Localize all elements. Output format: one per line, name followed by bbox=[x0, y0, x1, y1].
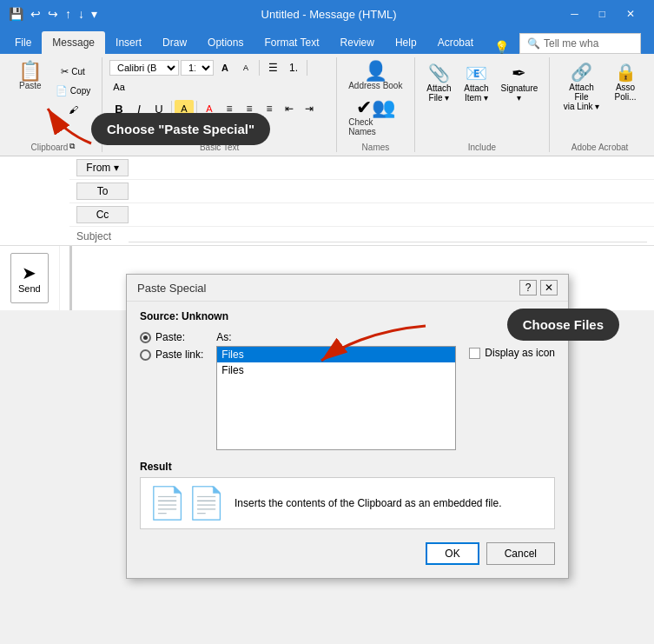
paste-icon: 📋 bbox=[18, 62, 42, 81]
display-as-icon-checkbox[interactable] bbox=[469, 348, 480, 359]
shrink-font-button[interactable]: A bbox=[236, 59, 255, 76]
numbering-button[interactable]: 1. bbox=[284, 59, 303, 76]
send-icon: ➤ bbox=[22, 262, 36, 283]
tab-options[interactable]: Options bbox=[197, 31, 254, 54]
result-content: 📄📄 Inserts the contents of the Clipboard… bbox=[140, 477, 555, 529]
font-family-dropdown[interactable]: Calibri (B bbox=[109, 60, 179, 76]
grow-font-button[interactable]: A bbox=[215, 59, 235, 76]
as-label: As: bbox=[216, 331, 456, 343]
dialog-footer: OK Cancel bbox=[140, 542, 555, 565]
from-row: From ▾ bbox=[69, 156, 654, 180]
ribbon-tabs: File Message Insert Draw Options Format … bbox=[0, 28, 654, 54]
tab-message[interactable]: Message bbox=[42, 31, 105, 54]
include-label: Include bbox=[468, 143, 496, 152]
cc-button[interactable]: Cc bbox=[76, 206, 129, 223]
copy-button[interactable]: 📄 Copy bbox=[51, 82, 95, 99]
clear-format-button[interactable]: Aa bbox=[109, 78, 129, 96]
subject-label-text: Subject bbox=[76, 230, 129, 242]
attach-item-button[interactable]: 📧 AttachItem ▾ bbox=[459, 60, 494, 105]
as-item-files[interactable]: Files bbox=[217, 362, 455, 378]
clipboard-label: Clipboard bbox=[31, 143, 69, 152]
paste-button[interactable]: 📋 Paste bbox=[11, 59, 50, 93]
font-selector: Calibri (B 11 A A ☰ 1. Aa bbox=[109, 59, 329, 96]
result-text: Inserts the contents of the Clipboard as… bbox=[235, 497, 502, 509]
cc-field[interactable] bbox=[135, 209, 647, 221]
paste-radio[interactable] bbox=[140, 332, 151, 343]
dialog-result: Result 📄📄 Inserts the contents of the Cl… bbox=[140, 461, 555, 529]
ok-button[interactable]: OK bbox=[426, 542, 479, 565]
maximize-btn[interactable]: □ bbox=[589, 0, 616, 28]
dialog-source: Source: Unknown bbox=[140, 310, 555, 322]
attach-file-button[interactable]: 📎 AttachFile ▾ bbox=[422, 60, 457, 105]
cancel-button[interactable]: Cancel bbox=[486, 542, 555, 565]
tell-me-input[interactable]: 🔍 Tell me wha bbox=[519, 33, 641, 54]
check-names-button[interactable]: ✔👥 Check Names bbox=[344, 96, 407, 139]
signature-icon: ✒ bbox=[512, 63, 526, 83]
customize-icon[interactable]: ▾ bbox=[91, 7, 97, 21]
adobe-policy-button[interactable]: 🔒 AssoPoli... bbox=[608, 59, 643, 104]
address-book-button[interactable]: 👤 Address Book bbox=[344, 59, 406, 93]
down-icon[interactable]: ↓ bbox=[78, 7, 84, 21]
help-lightbulb-icon[interactable]: 💡 bbox=[487, 40, 516, 54]
check-names-icon: ✔👥 bbox=[356, 98, 395, 117]
attach-file-label: AttachFile ▾ bbox=[426, 83, 451, 103]
as-listbox[interactable]: Files Files bbox=[216, 346, 456, 450]
from-button[interactable]: From ▾ bbox=[76, 159, 129, 176]
dialog-controls: ? ✕ bbox=[519, 280, 558, 295]
to-field[interactable] bbox=[135, 185, 647, 197]
dialog-close-button[interactable]: ✕ bbox=[540, 280, 558, 295]
undo-icon[interactable]: ↩ bbox=[30, 7, 41, 21]
tab-acrobat[interactable]: Acrobat bbox=[427, 31, 484, 54]
address-book-icon: 👤 bbox=[364, 62, 387, 81]
attach-item-label: AttachItem ▾ bbox=[464, 83, 488, 103]
dialog-help-button[interactable]: ? bbox=[519, 280, 537, 295]
adobe-label: Adobe Acrobat bbox=[571, 143, 629, 152]
as-item-files-selected[interactable]: Files bbox=[217, 347, 455, 362]
subject-field[interactable] bbox=[129, 229, 647, 242]
signature-label: Signature▾ bbox=[501, 83, 538, 103]
redo-icon[interactable]: ↪ bbox=[48, 7, 58, 21]
save-icon[interactable]: 💾 bbox=[9, 7, 23, 21]
attach-item-icon: 📧 bbox=[466, 63, 487, 83]
ribbon-group-names: 👤 Address Book ✔👥 Check Names Names bbox=[337, 57, 415, 152]
send-label: Send bbox=[18, 283, 41, 294]
up-icon[interactable]: ↑ bbox=[65, 7, 71, 21]
tab-file[interactable]: File bbox=[4, 31, 42, 54]
paste-link-radio-option[interactable]: Paste link: bbox=[140, 349, 203, 361]
paste-link-radio[interactable] bbox=[140, 349, 151, 361]
cursor-line bbox=[69, 246, 72, 310]
dialog-main: Paste: Paste link: As: Files Files bbox=[140, 331, 555, 450]
decrease-indent-button[interactable]: ⇤ bbox=[280, 100, 299, 117]
annotation-paste-special: Choose "Paste Special" bbox=[91, 113, 270, 145]
to-button[interactable]: To bbox=[76, 183, 129, 200]
paste-label: Paste bbox=[19, 81, 42, 90]
tab-review[interactable]: Review bbox=[330, 31, 385, 54]
adobe-content: 🔗 Attach Filevia Link ▾ 🔒 AssoPoli... bbox=[557, 57, 643, 141]
tab-help[interactable]: Help bbox=[385, 31, 427, 54]
paste-radio-option[interactable]: Paste: bbox=[140, 331, 203, 343]
display-as-icon-label: Display as icon bbox=[485, 347, 555, 359]
increase-indent-button[interactable]: ⇥ bbox=[300, 100, 319, 117]
send-button[interactable]: ➤ Send bbox=[10, 253, 49, 303]
annotation-choose-files-text: Choose Files bbox=[523, 317, 604, 332]
names-content: 👤 Address Book ✔👥 Check Names bbox=[344, 57, 407, 141]
tell-me-search-icon: 🔍 bbox=[527, 37, 540, 50]
cut-button[interactable]: ✂ Cut bbox=[51, 63, 95, 80]
tab-insert[interactable]: Insert bbox=[105, 31, 152, 54]
tab-format-text[interactable]: Format Text bbox=[254, 31, 329, 54]
compose-header: From ▾ To Cc Subject bbox=[0, 156, 654, 246]
title-bar: 💾 ↩ ↪ ↑ ↓ ▾ Untitled - Message (HTML) ─ … bbox=[0, 0, 654, 28]
source-label: Source: bbox=[140, 310, 179, 322]
address-book-label: Address Book bbox=[348, 81, 402, 90]
dialog-titlebar: Paste Special ? ✕ bbox=[127, 275, 568, 302]
bullets-button[interactable]: ☰ bbox=[263, 59, 282, 76]
clipboard-expand-icon[interactable]: ⧉ bbox=[69, 142, 75, 151]
font-size-dropdown[interactable]: 11 bbox=[181, 60, 214, 76]
annotation-paste-special-text: Choose "Paste Special" bbox=[107, 122, 254, 136]
minimize-btn[interactable]: ─ bbox=[560, 0, 589, 28]
format-painter-button[interactable]: 🖌 bbox=[51, 101, 95, 118]
close-btn[interactable]: ✕ bbox=[616, 0, 645, 28]
signature-button[interactable]: ✒ Signature▾ bbox=[497, 60, 543, 105]
tab-draw[interactable]: Draw bbox=[152, 31, 197, 54]
attach-file-via-link-button[interactable]: 🔗 Attach Filevia Link ▾ bbox=[557, 59, 606, 114]
